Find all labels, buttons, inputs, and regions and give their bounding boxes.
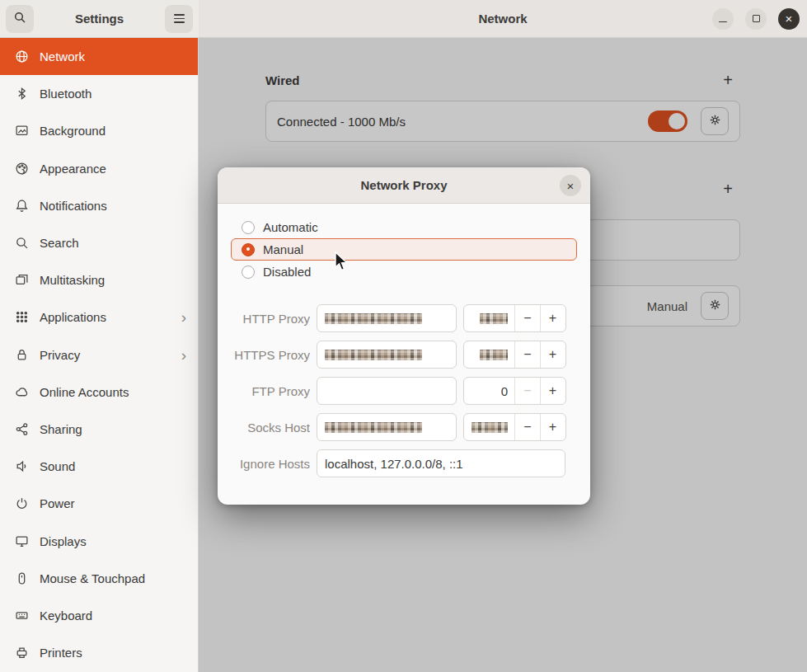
http-port-increment-button[interactable]: + bbox=[540, 305, 565, 331]
redacted-value bbox=[325, 422, 422, 433]
https-proxy-row: HTTPS Proxy − + bbox=[231, 341, 577, 369]
maximize-icon bbox=[753, 15, 760, 22]
sidebar-item-label: Applications bbox=[40, 310, 106, 324]
sidebar-item-sharing[interactable]: Sharing bbox=[0, 411, 198, 448]
socks-port-spinner: − + bbox=[463, 413, 566, 441]
close-window-button[interactable]: × bbox=[778, 8, 800, 30]
ftp-port-decrement-button[interactable]: − bbox=[515, 378, 540, 404]
sidebar-item-network[interactable]: Network bbox=[0, 38, 198, 75]
radio-label: Automatic bbox=[263, 220, 318, 234]
radio-disabled[interactable]: Disabled bbox=[231, 261, 577, 283]
http-proxy-row: HTTP Proxy − + bbox=[231, 304, 577, 332]
dialog-body: Automatic Manual Disabled HTTP Proxy bbox=[218, 204, 590, 477]
ftp-port-increment-button[interactable]: + bbox=[540, 378, 565, 404]
speaker-icon bbox=[15, 459, 29, 473]
keyboard-icon bbox=[15, 609, 29, 623]
dialog-title: Network Proxy bbox=[360, 178, 447, 192]
bell-icon bbox=[15, 199, 29, 213]
sidebar-item-printers[interactable]: Printers bbox=[0, 634, 198, 671]
sidebar-headerbar: Settings bbox=[0, 0, 199, 38]
sidebar: Network Bluetooth Background bbox=[0, 38, 199, 672]
socks-host-row: Socks Host − + bbox=[231, 413, 577, 441]
printer-icon bbox=[15, 646, 29, 660]
sidebar-item-applications[interactable]: Applications › bbox=[0, 298, 198, 336]
sidebar-item-power[interactable]: Power bbox=[0, 485, 198, 522]
settings-window: Settings Network × Network bbox=[0, 0, 807, 672]
http-port-decrement-button[interactable]: − bbox=[515, 305, 540, 331]
mouse-icon bbox=[15, 571, 29, 585]
sidebar-item-online-accounts[interactable]: Online Accounts bbox=[0, 374, 198, 411]
http-proxy-label: HTTP Proxy bbox=[231, 312, 310, 326]
http-port-value[interactable] bbox=[464, 305, 515, 331]
radio-icon bbox=[242, 266, 255, 279]
ignore-hosts-row: Ignore Hosts localhost, 127.0.0.0/8, ::1 bbox=[231, 449, 577, 477]
sidebar-item-label: Network bbox=[40, 49, 85, 63]
minimize-icon bbox=[719, 21, 727, 23]
https-port-decrement-button[interactable]: − bbox=[515, 341, 540, 368]
https-proxy-label: HTTPS Proxy bbox=[231, 348, 310, 362]
multitasking-icon bbox=[15, 273, 29, 287]
display-icon bbox=[15, 534, 29, 548]
ignore-hosts-input[interactable]: localhost, 127.0.0.0/8, ::1 bbox=[317, 449, 565, 477]
redacted-value bbox=[325, 350, 422, 360]
minimize-button[interactable] bbox=[712, 8, 734, 30]
sidebar-item-background[interactable]: Background bbox=[0, 112, 198, 149]
socks-host-input[interactable] bbox=[317, 413, 457, 441]
sidebar-item-appearance[interactable]: Appearance bbox=[0, 150, 198, 187]
sidebar-item-label: Sound bbox=[40, 459, 75, 473]
network-icon bbox=[15, 49, 29, 63]
radio-label: Disabled bbox=[263, 265, 311, 279]
sidebar-item-sound[interactable]: Sound bbox=[0, 448, 198, 485]
chevron-right-icon: › bbox=[181, 309, 186, 325]
ignore-hosts-label: Ignore Hosts bbox=[231, 457, 310, 471]
http-proxy-input[interactable] bbox=[317, 304, 457, 332]
sidebar-item-mouse-touchpad[interactable]: Mouse & Touchpad bbox=[0, 560, 198, 597]
radio-icon bbox=[242, 221, 255, 234]
socks-port-increment-button[interactable]: + bbox=[540, 414, 565, 440]
sidebar-item-label: Sharing bbox=[40, 422, 82, 436]
https-port-spinner: − + bbox=[463, 341, 566, 369]
sidebar-item-label: Privacy bbox=[40, 348, 80, 362]
power-icon bbox=[15, 496, 29, 510]
close-dialog-button[interactable]: × bbox=[560, 175, 581, 196]
ftp-port-spinner: 0 − + bbox=[463, 377, 566, 405]
sidebar-item-label: Power bbox=[40, 496, 75, 510]
maximize-button[interactable] bbox=[745, 8, 767, 30]
https-port-value[interactable] bbox=[464, 341, 515, 368]
socks-host-label: Socks Host bbox=[231, 421, 310, 435]
cloud-icon bbox=[15, 385, 29, 399]
sidebar-item-displays[interactable]: Displays bbox=[0, 522, 198, 559]
headerbar: Settings Network × bbox=[0, 0, 807, 38]
apps-grid-icon bbox=[15, 310, 29, 324]
menu-button[interactable] bbox=[165, 5, 193, 33]
dialog-header: Network Proxy × bbox=[218, 167, 590, 204]
sidebar-item-search[interactable]: Search bbox=[0, 224, 198, 261]
sidebar-item-label: Background bbox=[40, 124, 106, 138]
ftp-proxy-input[interactable] bbox=[317, 377, 457, 405]
sidebar-item-label: Online Accounts bbox=[40, 385, 129, 399]
sidebar-item-label: Printers bbox=[40, 646, 82, 660]
https-port-increment-button[interactable]: + bbox=[540, 341, 565, 368]
sidebar-item-bluetooth[interactable]: Bluetooth bbox=[0, 75, 198, 112]
proxy-form: HTTP Proxy − + HTTPS Proxy bbox=[231, 304, 577, 477]
sidebar-item-keyboard[interactable]: Keyboard bbox=[0, 597, 198, 634]
socks-port-decrement-button[interactable]: − bbox=[515, 414, 540, 440]
https-proxy-input[interactable] bbox=[317, 341, 457, 369]
chevron-right-icon: › bbox=[181, 347, 186, 363]
bluetooth-icon bbox=[15, 87, 29, 101]
network-proxy-dialog: Network Proxy × Automatic Manual Disable… bbox=[218, 167, 590, 505]
sidebar-item-label: Appearance bbox=[40, 162, 106, 176]
radio-automatic[interactable]: Automatic bbox=[231, 216, 577, 238]
search-button[interactable] bbox=[6, 5, 34, 33]
sidebar-item-multitasking[interactable]: Multitasking bbox=[0, 261, 198, 298]
lock-icon bbox=[15, 348, 29, 362]
sidebar-item-label: Search bbox=[40, 236, 79, 250]
sidebar-item-notifications[interactable]: Notifications bbox=[0, 187, 198, 224]
ftp-port-value[interactable]: 0 bbox=[464, 378, 515, 404]
appearance-icon bbox=[15, 162, 29, 176]
sidebar-item-privacy[interactable]: Privacy › bbox=[0, 336, 198, 374]
radio-manual[interactable]: Manual bbox=[231, 238, 577, 261]
sidebar-item-label: Keyboard bbox=[40, 609, 92, 623]
http-port-spinner: − + bbox=[463, 304, 566, 332]
socks-port-value[interactable] bbox=[464, 414, 515, 440]
